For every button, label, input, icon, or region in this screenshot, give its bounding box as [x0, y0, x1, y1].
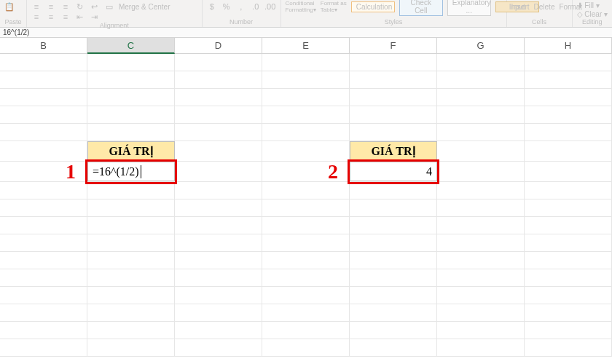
cell[interactable] [437, 199, 525, 216]
paste-icon[interactable]: 📋 [4, 1, 15, 12]
dec-inc-icon[interactable]: .0 [251, 1, 261, 12]
col-header-d[interactable]: D [175, 38, 262, 53]
cell[interactable] [87, 339, 175, 356]
merge-label[interactable]: Merge & Center [119, 3, 170, 11]
cell[interactable] [262, 106, 350, 123]
cell[interactable] [0, 124, 87, 141]
cell[interactable] [437, 89, 525, 106]
cell[interactable] [87, 182, 175, 199]
delete-button[interactable]: Delete [534, 3, 555, 11]
cell[interactable] [262, 252, 350, 269]
align-mid-icon[interactable]: ≡ [46, 1, 56, 12]
cell[interactable] [87, 322, 175, 339]
cell[interactable] [262, 234, 350, 251]
cell[interactable] [175, 322, 262, 339]
cell[interactable] [262, 304, 350, 321]
align-center-icon[interactable]: ≡ [46, 12, 56, 22]
cell[interactable] [87, 89, 175, 106]
cell[interactable] [437, 252, 525, 269]
align-left-icon[interactable]: ≡ [31, 12, 42, 22]
cell[interactable] [350, 287, 437, 304]
cell[interactable] [525, 124, 612, 141]
fill-button[interactable]: ⬇ Fill ▾ [577, 1, 600, 9]
cell[interactable] [87, 287, 175, 304]
cell[interactable] [87, 269, 175, 286]
cell[interactable] [175, 269, 262, 286]
align-bot-icon[interactable]: ≡ [60, 1, 71, 12]
conditional-formatting[interactable]: ConditionalFormatting▾ [286, 0, 316, 13]
cell[interactable] [262, 339, 350, 356]
cell[interactable] [175, 217, 262, 234]
style-explanatory[interactable]: Explanatory ... [447, 0, 491, 16]
cell[interactable] [87, 217, 175, 234]
cell[interactable] [525, 252, 612, 269]
col-header-g[interactable]: G [437, 38, 525, 53]
cell[interactable] [0, 322, 87, 339]
cell[interactable] [0, 182, 87, 199]
cell[interactable] [350, 182, 437, 199]
indent-dec-icon[interactable]: ⇤ [75, 12, 85, 22]
cell[interactable] [175, 71, 262, 88]
cell[interactable] [0, 71, 87, 88]
cell[interactable] [175, 252, 262, 269]
cell[interactable] [350, 54, 437, 71]
cell[interactable] [350, 252, 437, 269]
cell[interactable] [0, 269, 87, 286]
cell[interactable] [175, 339, 262, 356]
cell[interactable] [350, 339, 437, 356]
cell[interactable] [175, 287, 262, 304]
cell[interactable] [525, 322, 612, 339]
comma-icon[interactable]: , [236, 1, 246, 12]
cell[interactable] [350, 322, 437, 339]
align-top-icon[interactable]: ≡ [31, 1, 42, 12]
cell[interactable] [262, 217, 350, 234]
cell[interactable] [175, 106, 262, 123]
cell[interactable] [87, 71, 175, 88]
cell[interactable] [0, 287, 87, 304]
cell[interactable] [87, 124, 175, 141]
cell[interactable] [350, 269, 437, 286]
cell[interactable] [175, 124, 262, 141]
result-cell[interactable]: 4 [350, 162, 437, 181]
cell[interactable] [175, 141, 262, 161]
cell[interactable] [175, 304, 262, 321]
cell[interactable] [262, 89, 350, 106]
cell[interactable] [87, 106, 175, 123]
col-header-h[interactable]: H [525, 38, 612, 53]
cell[interactable] [87, 199, 175, 216]
col-header-f[interactable]: F [350, 38, 437, 53]
cell[interactable] [525, 234, 612, 251]
cell[interactable] [0, 89, 87, 106]
cell[interactable] [0, 106, 87, 123]
cell[interactable] [437, 182, 525, 199]
align-right-icon[interactable]: ≡ [60, 12, 71, 22]
cell[interactable] [262, 124, 350, 141]
cell[interactable] [0, 339, 87, 356]
cell[interactable] [262, 322, 350, 339]
header-cell-1[interactable]: GIÁ TRỊ [87, 141, 175, 161]
cell[interactable] [525, 182, 612, 199]
cell[interactable] [350, 106, 437, 123]
cell[interactable] [0, 234, 87, 251]
cell[interactable] [525, 287, 612, 304]
cell[interactable] [437, 269, 525, 286]
cell[interactable] [262, 54, 350, 71]
cell[interactable] [350, 89, 437, 106]
col-header-c[interactable]: C [87, 38, 175, 54]
style-check-cell[interactable]: Check Cell [399, 0, 443, 16]
cell[interactable] [437, 287, 525, 304]
formula-bar[interactable]: 16^(1/2) [0, 28, 612, 38]
indent-inc-icon[interactable]: ⇥ [90, 12, 100, 22]
cell[interactable] [437, 141, 525, 161]
cell[interactable] [437, 217, 525, 234]
header-cell-2[interactable]: GIÁ TRỊ [350, 141, 437, 161]
cell[interactable] [437, 162, 525, 181]
cell[interactable] [0, 252, 87, 269]
cell[interactable] [437, 304, 525, 321]
style-calculation[interactable]: Calculation [351, 1, 395, 12]
orientation-icon[interactable]: ↻ [75, 1, 85, 12]
insert-button[interactable]: Insert [511, 3, 530, 11]
col-header-e[interactable]: E [262, 38, 350, 53]
cell[interactable] [525, 217, 612, 234]
cell[interactable] [262, 199, 350, 216]
